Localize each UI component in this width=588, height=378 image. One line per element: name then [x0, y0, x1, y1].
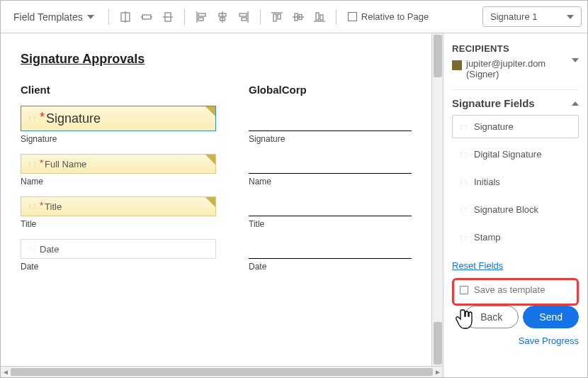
align-height-icon[interactable] — [137, 8, 156, 26]
drag-grip-icon: ⋮⋮ — [458, 181, 468, 184]
drag-grip-icon: ⋮⋮ — [27, 162, 37, 165]
horizontal-scrollbar[interactable]: ◄ ► — [1, 366, 443, 377]
signature-fields-panel-header[interactable]: Signature Fields — [452, 89, 579, 115]
svg-rect-15 — [242, 18, 247, 21]
save-progress-link[interactable]: Save Progress — [452, 335, 579, 346]
name-label: Name — [21, 177, 216, 187]
toolbar-separator — [336, 9, 337, 25]
action-buttons: Back Send — [452, 306, 579, 328]
recipient-role: (Signer) — [466, 69, 499, 79]
field-type-label: Signature — [474, 121, 514, 132]
chevron-down-icon — [87, 15, 94, 19]
title-label: Title — [21, 219, 216, 229]
date-field[interactable]: ⋮⋮ Date — [21, 239, 216, 259]
title-label: Title — [249, 219, 412, 229]
drag-grip-icon: ⋮⋮ — [458, 236, 468, 239]
recipient-email: jupiter@jupiter.dom — [466, 58, 545, 69]
align-width-icon[interactable] — [116, 8, 135, 26]
date-label: Date — [21, 262, 216, 272]
vertical-scrollbar[interactable] — [431, 33, 443, 366]
relative-label: Relative to Page — [361, 11, 429, 22]
field-type-initials[interactable]: ⋮⋮Initials — [452, 170, 579, 194]
field-type-list: ⋮⋮Signature ⋮⋮Digital Signature ⋮⋮Initia… — [452, 115, 579, 256]
signature-label: Signature — [249, 134, 412, 144]
back-button[interactable]: Back — [464, 306, 519, 328]
svg-rect-8 — [198, 13, 205, 16]
title-field[interactable]: ⋮⋮ * Title — [21, 196, 216, 216]
align-top-icon[interactable] — [268, 8, 286, 26]
scroll-thumb[interactable] — [434, 322, 442, 365]
drag-grip-icon: ⋮⋮ — [458, 126, 468, 128]
toolbar-separator — [108, 9, 109, 25]
drag-grip-icon: ⋮⋮ — [27, 205, 37, 208]
corner-icon — [205, 155, 215, 165]
date-label: Date — [249, 262, 412, 272]
svg-rect-14 — [239, 13, 247, 16]
field-templates-label: Field Templates — [13, 11, 83, 23]
relative-to-page-checkbox[interactable]: Relative to Page — [348, 11, 429, 22]
chevron-down-icon — [572, 58, 579, 62]
signature-select-label: Signature 1 — [490, 11, 538, 22]
reset-fields-link[interactable]: Reset Fields — [452, 260, 503, 271]
client-column: Client ⋮⋮ * Signature Signature ⋮⋮ * — [21, 84, 216, 282]
align-right-icon[interactable] — [234, 8, 253, 26]
required-asterisk-icon: * — [40, 200, 43, 211]
save-template-label: Save as template — [474, 284, 545, 295]
svg-rect-18 — [278, 14, 281, 19]
signature-label: Signature — [21, 134, 216, 144]
scroll-thumb[interactable] — [11, 368, 433, 376]
document-canvas[interactable]: Signature Approvals Client ⋮⋮ * Signatur… — [1, 33, 431, 366]
recipient-row[interactable]: jupiter@jupiter.dom (Signer) — [452, 58, 579, 79]
panel-title: Signature Fields — [452, 97, 535, 109]
align-bottom-icon[interactable] — [310, 8, 329, 26]
date-line — [249, 239, 412, 259]
recipient-color-swatch-icon — [452, 60, 462, 70]
corner-icon — [205, 106, 215, 116]
required-asterisk-icon: * — [40, 157, 43, 168]
field-type-label: Stamp — [474, 232, 501, 243]
fullname-field[interactable]: ⋮⋮ * Full Name — [21, 154, 216, 174]
scroll-left-arrow-icon[interactable]: ◄ — [1, 367, 11, 377]
svg-rect-17 — [273, 14, 276, 21]
title-line — [249, 196, 412, 216]
recipient-text: jupiter@jupiter.dom (Signer) — [466, 58, 545, 79]
signature-field[interactable]: ⋮⋮ * Signature — [21, 106, 216, 131]
globalcorp-column: GlobalCorp Signature Name Title Date — [249, 84, 412, 282]
field-type-stamp[interactable]: ⋮⋮Stamp — [452, 226, 579, 249]
signature-select-dropdown[interactable]: Signature 1 — [482, 6, 582, 27]
name-line — [249, 154, 412, 174]
main-area: Signature Approvals Client ⋮⋮ * Signatur… — [1, 33, 587, 377]
field-templates-dropdown[interactable]: Field Templates — [6, 7, 101, 27]
field-placeholder: Title — [45, 201, 62, 212]
drag-grip-icon: ⋮⋮ — [458, 153, 468, 156]
svg-rect-9 — [198, 18, 203, 21]
top-toolbar: Field Templates Relative to Page Signatu… — [1, 1, 587, 33]
svg-rect-2 — [142, 15, 151, 19]
globalcorp-heading: GlobalCorp — [249, 84, 412, 96]
chevron-down-icon — [567, 15, 574, 19]
align-center-icon[interactable] — [213, 8, 232, 26]
send-button[interactable]: Send — [523, 306, 579, 328]
align-left-icon[interactable] — [192, 8, 210, 26]
field-type-label: Signature Block — [474, 204, 538, 215]
svg-rect-24 — [320, 15, 323, 20]
drag-grip-icon: ⋮⋮ — [27, 117, 37, 120]
field-type-signature[interactable]: ⋮⋮Signature — [452, 115, 579, 138]
right-panel: RECIPIENTS jupiter@jupiter.dom (Signer) … — [443, 33, 587, 377]
field-type-digital-signature[interactable]: ⋮⋮Digital Signature — [452, 143, 579, 166]
field-type-label: Digital Signature — [474, 149, 541, 160]
svg-rect-23 — [316, 13, 319, 20]
save-as-template-checkbox[interactable]: Save as template — [460, 284, 571, 295]
chevron-up-icon — [572, 101, 579, 106]
scroll-right-arrow-icon[interactable]: ► — [433, 367, 443, 377]
field-placeholder: Full Name — [45, 159, 86, 169]
client-heading: Client — [21, 84, 216, 96]
scroll-thumb[interactable] — [434, 35, 442, 77]
corner-icon — [205, 197, 215, 207]
align-both-icon[interactable] — [159, 8, 177, 26]
drag-grip-icon: ⋮⋮ — [27, 248, 37, 250]
signature-line — [249, 106, 412, 131]
save-as-template-highlight: Save as template — [452, 278, 579, 306]
field-type-signature-block[interactable]: ⋮⋮Signature Block — [452, 198, 579, 221]
align-middle-icon[interactable] — [289, 8, 307, 26]
